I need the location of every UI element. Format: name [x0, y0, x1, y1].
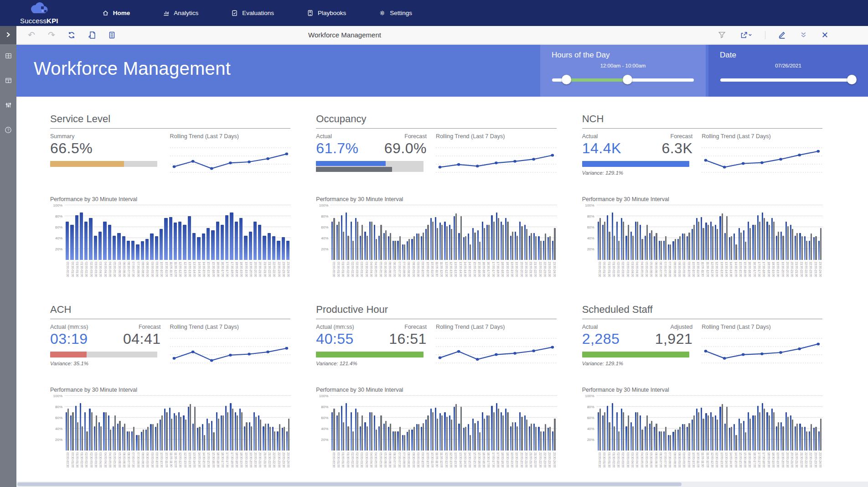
table-grid-icon[interactable]	[5, 77, 12, 84]
top-nav: SuccessKPI Home Analytics Evaluations Pl…	[0, 0, 868, 26]
variance-text: Variance: 121.4%	[316, 361, 427, 366]
nch-trend-chart	[702, 141, 822, 180]
brand-name: SuccessKPI	[20, 17, 58, 25]
collapse-icon[interactable]	[798, 30, 808, 40]
kpi-value-actual: 03:19	[50, 331, 88, 347]
main-nav: Home Analytics Evaluations Playbooks Set…	[102, 10, 412, 16]
refresh-icon[interactable]	[67, 30, 77, 40]
dashboard-content: Service Level Summary 66.5% Rolling Tren…	[16, 97, 868, 482]
panel-scheduled-staff: Scheduled Staff Actual Adjusted 2,285 1,…	[582, 304, 822, 482]
kpi-value-actual: 2,285	[582, 331, 620, 347]
horizontal-scrollbar[interactable]	[16, 482, 868, 487]
help-icon[interactable]: ?	[5, 126, 12, 134]
variance-text: Variance: 129.1%	[582, 361, 693, 366]
hours-filter-panel: Hours of the Day 12:00am - 10:00am	[540, 45, 706, 97]
redo-icon[interactable]: ↷	[46, 30, 57, 40]
kpi-value-summary: 66.5%	[50, 140, 93, 157]
trend-label: Rolling Trend (Last 7 Days)	[170, 133, 291, 140]
hours-filter-label: Hours of the Day	[552, 51, 706, 60]
edit-icon[interactable]	[777, 30, 787, 40]
dashboard-grid-icon[interactable]	[5, 52, 12, 60]
ach-performance-chart: 100%80%60%40%20%00:00-00:3000:30-01:0001…	[50, 396, 290, 482]
analytics-icon	[163, 10, 170, 16]
nav-item-label: Evaluations	[242, 10, 274, 16]
trend-label: Rolling Trend (Last 7 Days)	[436, 133, 557, 140]
panel-occupancy: Occupancy Actual Forecast 61.7% 69.0% Ro…	[316, 113, 556, 294]
kpi-label-actual: Actual (mm:ss)	[50, 324, 88, 330]
svg-text:?: ?	[7, 128, 10, 132]
report-toolbar: ↶ ↷ Workforce Management	[16, 26, 868, 44]
nav-item-evaluations[interactable]: Evaluations	[231, 10, 274, 16]
panel-title: Scheduled Staff	[582, 304, 822, 319]
brand-logo[interactable]: SuccessKPI	[20, 1, 58, 25]
kpi-value-forecast: 16:51	[389, 331, 427, 347]
horizontal-scrollbar-thumb[interactable]	[17, 482, 682, 486]
trend-label: Rolling Trend (Last 7 Days)	[702, 133, 822, 140]
scheduled-staff-trend-chart	[702, 332, 822, 370]
panel-nch: NCH Actual Forecast 14.4K 6.3K Variance:…	[582, 113, 822, 294]
nav-item-playbooks[interactable]: Playbooks	[307, 10, 346, 16]
filters-sliders-icon[interactable]	[5, 101, 12, 109]
kpi-label-actual: Actual (mm:ss)	[316, 324, 354, 330]
panel-title: Service Level	[50, 113, 290, 129]
occupancy-performance-chart: 100%80%60%40%20%00:00-00:3000:30-01:0001…	[316, 205, 556, 294]
service-level-trend-chart	[170, 141, 291, 180]
scheduled-staff-progress-bar	[582, 352, 689, 357]
date-filter-label: Date	[720, 51, 868, 60]
nch-progress-bar	[582, 161, 689, 167]
summary-icon[interactable]	[107, 30, 117, 40]
left-sidebar: ?	[0, 26, 16, 487]
date-filter-value: 07/26/2021	[708, 63, 868, 68]
kpi-value-forecast: 04:41	[123, 331, 161, 347]
date-slider-handle[interactable]	[847, 75, 857, 84]
nav-item-home[interactable]: Home	[102, 10, 130, 16]
productive-hour-trend-chart	[436, 332, 557, 370]
toolbar-divider	[765, 31, 765, 39]
nav-item-label: Playbooks	[318, 10, 346, 16]
playbooks-icon	[307, 10, 314, 16]
kpi-label: Summary	[50, 133, 74, 140]
kpi-value-forecast: 6.3K	[661, 140, 692, 157]
report-refresh-icon[interactable]	[87, 30, 97, 40]
hours-filter-value: 12:00am - 10:00am	[540, 63, 706, 68]
filter-icon[interactable]	[717, 30, 727, 40]
performance-label: Performance by 30 Minute Interval	[50, 387, 290, 393]
nav-item-label: Analytics	[174, 10, 198, 16]
hours-slider-selected-range	[566, 78, 627, 82]
chevron-right-icon	[5, 31, 11, 39]
nav-item-analytics[interactable]: Analytics	[163, 10, 198, 16]
settings-icon	[379, 10, 386, 16]
kpi-value-actual: 40:55	[316, 331, 354, 347]
performance-label: Performance by 30 Minute Interval	[316, 387, 556, 393]
performance-label: Performance by 30 Minute Interval	[316, 196, 556, 202]
kpi-label-forecast: Forecast	[404, 133, 427, 140]
panel-title: NCH	[582, 113, 822, 129]
nav-item-label: Settings	[390, 10, 412, 16]
scheduled-staff-performance-chart: 100%80%60%40%20%00:00-00:3000:30-01:0001…	[582, 396, 822, 482]
kpi-label-forecast: Forecast	[404, 324, 427, 330]
ach-trend-chart	[170, 332, 291, 370]
kpi-value-adjusted: 1,921	[655, 331, 693, 347]
kpi-value-actual: 14.4K	[582, 140, 621, 157]
undo-icon[interactable]: ↶	[26, 30, 36, 40]
date-slider[interactable]	[720, 75, 856, 85]
nch-performance-chart: 100%80%60%40%20%00:00-00:3000:30-01:0001…	[582, 205, 822, 294]
panel-service-level: Service Level Summary 66.5% Rolling Tren…	[50, 113, 290, 294]
home-icon	[102, 10, 109, 16]
hours-slider-end-handle[interactable]	[623, 75, 632, 84]
close-icon[interactable]	[820, 30, 830, 40]
ach-progress-bar	[50, 352, 157, 357]
cloud-logo-icon	[29, 1, 50, 18]
panel-ach: ACH Actual (mm:ss) Forecast 03:19 04:41 …	[50, 304, 290, 482]
export-icon[interactable]	[738, 30, 754, 40]
kpi-label-actual: Actual	[582, 324, 598, 330]
kpi-label-forecast: Forecast	[139, 324, 161, 330]
hours-range-slider[interactable]	[552, 75, 694, 85]
hours-slider-start-handle[interactable]	[562, 75, 571, 84]
service-level-performance-chart: 100%80%60%40%20%00:00-00:3000:30-01:0001…	[50, 205, 290, 294]
nav-item-settings[interactable]: Settings	[379, 10, 412, 16]
trend-label: Rolling Trend (Last 7 Days)	[170, 324, 291, 330]
sidebar-expand-button[interactable]	[0, 26, 16, 44]
kpi-label-actual: Actual	[316, 133, 332, 140]
variance-text: Variance: 129.1%	[582, 170, 693, 176]
